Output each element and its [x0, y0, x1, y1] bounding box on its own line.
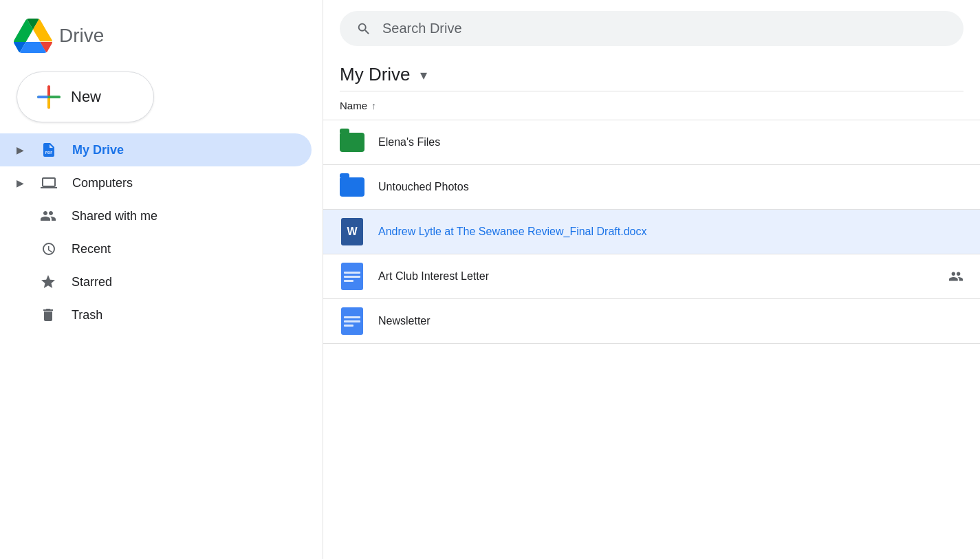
expand-arrow-icon: ▶ [17, 144, 24, 155]
sidebar-item-trash-label: Trash [72, 308, 102, 322]
shared-users-icon [948, 269, 963, 284]
sidebar-item-shared-label: Shared with me [72, 209, 157, 223]
sidebar-item-shared[interactable]: Shared with me [0, 199, 312, 232]
sidebar: Drive New ▶ My Drive ▶ Comp [0, 0, 323, 559]
search-bar[interactable]: Search Drive [340, 11, 963, 46]
sidebar-item-recent-label: Recent [72, 242, 111, 256]
sidebar-item-my-drive[interactable]: ▶ My Drive [0, 133, 312, 166]
computers-icon [39, 173, 58, 193]
gdoc-icon [340, 309, 364, 333]
sidebar-item-starred-label: Starred [72, 275, 112, 289]
trash-icon [39, 305, 58, 325]
file-list-header: Name ↑ [323, 91, 980, 120]
drive-logo-icon [14, 17, 52, 55]
my-drive-icon [39, 140, 58, 160]
main-content: Search Drive My Drive ▾ Name ↑ Elena's F… [323, 0, 980, 559]
file-name: Untouched Photos [378, 181, 963, 193]
word-doc-icon: W [340, 219, 364, 244]
shared-icon [39, 206, 58, 226]
file-list: Elena's Files Untouched Photos W Andrew … [323, 120, 980, 559]
gdoc-icon [340, 264, 364, 289]
expand-arrow-icon: ▶ [17, 177, 24, 188]
sidebar-item-my-drive-label: My Drive [72, 143, 124, 157]
sidebar-item-computers-label: Computers [72, 176, 133, 190]
folder-blue-icon [340, 175, 364, 199]
app-title: Drive [59, 25, 104, 47]
recent-icon [39, 239, 58, 259]
sidebar-item-starred[interactable]: Starred [0, 265, 312, 298]
list-item[interactable]: Newsletter [323, 299, 980, 344]
sort-name-column[interactable]: Name ↑ [340, 100, 376, 111]
new-button[interactable]: New [17, 72, 154, 122]
logo-area: Drive [0, 11, 323, 72]
file-name: Newsletter [378, 315, 963, 327]
list-item[interactable]: Untouched Photos [323, 165, 980, 210]
sidebar-item-computers[interactable]: ▶ Computers [0, 166, 312, 199]
plus-icon [36, 85, 61, 109]
list-item[interactable]: W Andrew Lytle at The Sewanee Review_Fin… [323, 210, 980, 254]
file-name: Elena's Files [378, 136, 963, 149]
list-item[interactable]: Art Club Interest Letter [323, 254, 980, 299]
sidebar-item-recent[interactable]: Recent [0, 232, 312, 265]
sidebar-nav: ▶ My Drive ▶ Computers Shared with me [0, 133, 323, 331]
new-button-label: New [71, 88, 101, 106]
search-placeholder-text: Search Drive [382, 21, 462, 36]
file-name: Art Club Interest Letter [378, 270, 935, 283]
sidebar-item-trash[interactable]: Trash [0, 298, 312, 331]
list-item[interactable]: Elena's Files [323, 120, 980, 165]
drive-title: My Drive [340, 64, 411, 85]
starred-icon [39, 272, 58, 292]
file-name: Andrew Lytle at The Sewanee Review_Final… [378, 226, 963, 238]
folder-green-icon [340, 130, 364, 155]
sort-name-label: Name [340, 100, 367, 111]
drive-header: My Drive ▾ [323, 57, 980, 91]
chevron-down-icon[interactable]: ▾ [420, 67, 427, 83]
sort-arrow-icon: ↑ [371, 100, 376, 111]
search-icon [356, 21, 371, 36]
